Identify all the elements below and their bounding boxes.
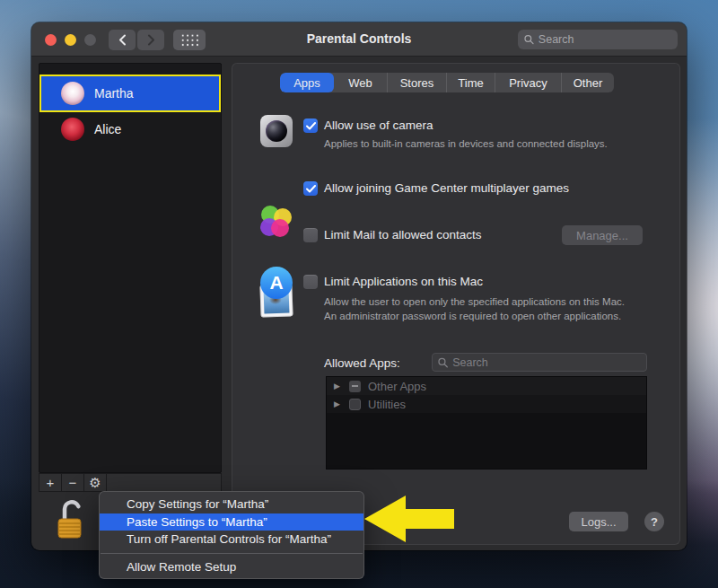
remove-user-button[interactable]: − [62,474,84,491]
search-icon [438,357,448,368]
allow-camera-checkbox[interactable] [303,118,318,133]
user-name: Alice [94,122,121,136]
allow-camera-subtext: Applies to built-in cameras in devices a… [324,136,683,151]
camera-app-icon [260,115,293,147]
user-row-martha[interactable]: Martha [40,75,220,111]
tab-privacy[interactable]: Privacy [495,73,562,92]
alice-rose-avatar [61,118,84,141]
allow-game-center-checkbox[interactable] [303,181,318,196]
user-row-alice[interactable]: Alice [40,111,220,147]
settings-pane: Apps Web Stores Time Privacy Other Allow… [232,63,680,545]
menu-item-copy-settings[interactable]: Copy Settings for “Martha” [100,496,363,513]
gear-icon: ⚙ [89,476,101,489]
screenshot-stage: Parental Controls Martha Alice + [0,0,718,588]
minimize-window-button[interactable] [65,34,76,46]
tab-label: Stores [400,76,434,90]
other-apps-checkbox[interactable] [349,381,361,392]
tab-label: Other [574,76,603,90]
limit-mail-label: Limit Mail to allowed contacts [324,228,482,241]
limit-mail-checkbox[interactable] [303,228,318,242]
gc-bubble-pink [271,219,289,237]
parental-controls-window: Parental Controls Martha Alice + [31,22,687,550]
help-button[interactable]: ? [644,512,664,531]
tab-apps[interactable]: Apps [280,73,334,92]
disclosure-triangle-icon[interactable]: ▶ [334,399,342,408]
tab-time[interactable]: Time [447,73,495,92]
tab-other[interactable]: Other [562,73,614,92]
search-icon [524,34,534,45]
list-item-label: Other Apps [368,380,426,393]
plus-icon: + [47,476,55,489]
minus-icon: − [69,476,77,489]
forward-icon [147,34,155,46]
tab-bar: Apps Web Stores Time Privacy Other [280,73,614,92]
user-list: Martha Alice [39,63,222,473]
limit-applications-checkbox[interactable] [303,275,318,289]
add-user-button[interactable]: + [39,474,62,491]
tab-web[interactable]: Web [334,73,388,92]
user-name: Martha [94,86,134,101]
forward-button [137,30,164,50]
app-store-app-icon: A [260,267,293,299]
list-item-label: Utilities [368,398,406,411]
tab-label: Apps [293,76,320,90]
list-item-other-apps[interactable]: ▶ Other Apps [327,377,646,395]
title-bar: Parental Controls [31,22,687,57]
app-store-glyph: A [269,272,283,294]
allowed-apps-search-field[interactable] [432,353,647,372]
check-icon [306,185,316,193]
action-gear-button[interactable]: ⚙ [84,474,107,491]
tab-label: Time [458,76,483,90]
window-title: Parental Controls [307,31,412,46]
zoom-window-button [84,34,96,46]
show-all-grid-icon [180,33,199,47]
allow-game-center-label: Allow joining Game Center multiplayer ga… [324,181,569,195]
nav-button-group [109,30,164,50]
allowed-apps-label: Allowed Apps: [324,356,400,370]
tab-label: Privacy [509,76,547,90]
menu-item-allow-remote-setup[interactable]: Allow Remote Setup [100,558,363,576]
allowed-apps-search-input[interactable] [452,356,641,369]
search-input[interactable] [538,33,671,46]
allowed-apps-list: ▶ Other Apps ▶ Utilities [326,376,647,470]
limit-applications-label: Limit Applications on this Mac [324,275,483,288]
allow-camera-label: Allow use of camera [324,118,433,132]
martha-flower-avatar [61,82,84,105]
disclosure-triangle-icon[interactable]: ▶ [334,382,342,391]
titlebar-search-field[interactable] [518,30,678,49]
list-item-utilities[interactable]: ▶ Utilities [327,395,646,413]
logs-button[interactable]: Logs... [569,512,628,531]
tab-label: Web [348,76,372,90]
menu-separator [101,553,363,554]
game-center-app-icon [260,206,293,238]
back-icon [118,34,127,46]
back-button[interactable] [109,30,136,50]
limit-applications-subtext: Allow the user to open only the specifie… [324,294,627,323]
check-icon [306,122,316,130]
user-list-toolbar: + − ⚙ [39,473,222,492]
menu-item-turn-off-parental-controls[interactable]: Turn off Parental Controls for “Martha” [100,531,363,549]
manage-button[interactable]: Manage... [562,225,643,245]
unlocked-padlock-icon[interactable] [56,496,84,541]
utilities-checkbox[interactable] [349,399,361,410]
tab-stores[interactable]: Stores [388,73,447,92]
gear-context-menu: Copy Settings for “Martha” Paste Setting… [99,491,364,579]
close-window-button[interactable] [45,34,57,46]
menu-item-paste-settings[interactable]: Paste Settings to “Martha” [100,513,363,531]
show-all-button[interactable] [173,30,206,50]
